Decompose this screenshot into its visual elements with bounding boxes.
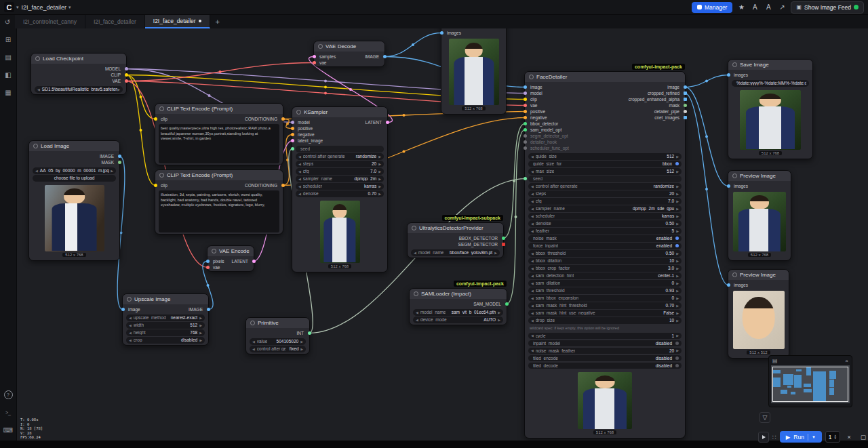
run-button[interactable]: ▶ Run ▼: [780, 431, 822, 443]
slot-dot[interactable]: [684, 110, 687, 113]
widget-combo-center[interactable]: ◀SD1.5\beautifulRealistic_brav5.safetens…: [35, 86, 123, 93]
queue-icon[interactable]: ▤: [3, 52, 14, 62]
show-image-feed-button[interactable]: ▣ Show Image Feed: [791, 1, 864, 14]
widget-guide_size[interactable]: ◀guide_size512▶: [528, 153, 682, 160]
toggle-icon[interactable]: [675, 364, 679, 367]
stepper-arrow-icon[interactable]: ▶: [676, 169, 679, 174]
stepper-arrow-icon[interactable]: ◀: [252, 340, 255, 344]
input-image[interactable]: image: [123, 306, 140, 312]
stepper-arrow-icon[interactable]: ▶: [676, 207, 679, 211]
stepper-arrow-icon[interactable]: ◀: [531, 192, 534, 196]
input-images[interactable]: images: [441, 30, 461, 36]
widget-combo-center[interactable]: ◀AA_05_by_00000_m_00001_m.jpg▶: [33, 167, 116, 174]
stepper-arrow-icon[interactable]: ▶: [676, 251, 679, 256]
stepper-arrow-icon[interactable]: ◀: [298, 169, 301, 174]
stepper-arrow-icon[interactable]: ◀: [531, 251, 534, 256]
output-cropped_enhanced_alpha[interactable]: cropped_enhanced_alpha: [629, 96, 685, 102]
share-icon[interactable]: ↗: [777, 3, 787, 11]
slot-dot[interactable]: [206, 260, 210, 263]
comfyui-logo[interactable]: C: [4, 2, 14, 12]
stepper-arrow-icon[interactable]: ◀: [129, 323, 132, 327]
input-images[interactable]: images: [728, 183, 748, 189]
stepper-arrow-icon[interactable]: ▶: [676, 311, 679, 315]
input-scheduler_func_opt[interactable]: scheduler_func_opt: [525, 145, 569, 151]
slot-dot[interactable]: [524, 146, 527, 150]
prompt-text[interactable]: illustration, 3d, sepia, painting, carto…: [159, 190, 279, 232]
node-clip-pos[interactable]: CLIP Text Encode (Prompt)clipCONDITIONIN…: [155, 103, 283, 165]
stepper-arrow-icon[interactable]: ▶: [498, 318, 500, 322]
stepper-arrow-icon[interactable]: ◀: [298, 177, 301, 181]
stepper-arrow-icon[interactable]: ▶: [676, 259, 679, 263]
widget-button[interactable]: choose file to upload: [33, 175, 116, 182]
collapse-dot[interactable]: [732, 62, 737, 67]
collapse-dot[interactable]: [529, 75, 534, 79]
input-pixels[interactable]: pixels: [208, 258, 224, 264]
stepper-arrow-icon[interactable]: ▶: [676, 274, 679, 278]
output-IMAGE[interactable]: IMAGE: [189, 306, 208, 312]
minimap-close-icon[interactable]: ×: [845, 358, 848, 364]
stepper-arrow-icon[interactable]: ▶: [676, 229, 679, 233]
node-title-bar[interactable]: KSampler: [292, 107, 387, 117]
widget-max_size[interactable]: ◀max_size512▶: [528, 168, 682, 175]
prompt-text[interactable]: best quality,masterpiece,ultra high res,…: [159, 124, 279, 163]
stepper-arrow-icon[interactable]: ◀: [531, 281, 534, 285]
slot-dot[interactable]: [684, 116, 687, 119]
output-cnet_images[interactable]: cnet_images: [629, 115, 685, 121]
output-image[interactable]: image: [629, 84, 685, 90]
stepper-arrow-icon[interactable]: ◀: [531, 199, 534, 203]
model-library-icon[interactable]: ▦: [3, 87, 14, 98]
input-bbox_detector[interactable]: bbox_detector: [525, 121, 569, 127]
node-clip-neg[interactable]: CLIP Text Encode (Prompt)clipCONDITIONIN…: [155, 169, 283, 235]
widget-tiled_decode[interactable]: tiled_decodedisabled: [528, 363, 682, 369]
slot-dot[interactable]: [524, 91, 527, 95]
slot-dot[interactable]: [281, 117, 285, 121]
slot-dot[interactable]: [524, 177, 527, 180]
minimap-body[interactable]: [771, 365, 850, 403]
slot-dot[interactable]: [252, 260, 256, 263]
stepper-arrow-icon[interactable]: ▶: [199, 316, 202, 320]
stepper-arrow-icon[interactable]: ▶: [676, 296, 679, 300]
toggle-icon[interactable]: [675, 237, 679, 240]
node-title-bar[interactable]: VAE Decode: [314, 41, 384, 52]
output-BBOX_DETECTOR[interactable]: BBOX_DETECTOR: [458, 235, 503, 241]
slot-dot[interactable]: [524, 134, 527, 138]
slot-dot[interactable]: [383, 55, 387, 58]
stepper-arrow-icon[interactable]: ◀: [531, 274, 534, 278]
layers-icon[interactable]: ▤: [772, 358, 778, 364]
widget-bbox_threshold[interactable]: ◀bbox_threshold0.50▶: [528, 250, 682, 257]
widget-bbox_dilation[interactable]: ◀bbox_dilation10▶: [528, 258, 682, 264]
workflow-canvas[interactable]: Load CheckpointMODELCLIPVAE◀SD1.5\beauti…: [0, 0, 868, 448]
output-IMAGE[interactable]: IMAGE: [365, 54, 384, 60]
collapse-dot[interactable]: [296, 110, 301, 115]
slot-dot[interactable]: [313, 61, 316, 64]
stepper-arrow-icon[interactable]: ▶: [498, 310, 500, 314]
widget-bbox_crop_factor[interactable]: ◀bbox_crop_factor3.0▶: [528, 265, 682, 272]
widget-sampler_name[interactable]: ◀sampler_namedpmpp_2m_sde_gpu▶: [528, 205, 682, 212]
stepper-arrow-icon[interactable]: ▶: [378, 184, 381, 188]
slot-dot[interactable]: [524, 110, 527, 113]
tab-2[interactable]: I2I_face_detailer: [85, 15, 145, 28]
selection-tool-button[interactable]: [758, 432, 769, 443]
slot-dot[interactable]: [313, 55, 316, 58]
slot-dot[interactable]: [440, 31, 443, 35]
stepper-arrow-icon[interactable]: ◀: [531, 311, 534, 315]
stepper-arrow-icon[interactable]: ◀: [531, 259, 534, 263]
stepper-arrow-icon[interactable]: ◀: [531, 169, 534, 174]
node-load-image[interactable]: Load ImageIMAGEMASK◀AA_05_by_00000_m_000…: [28, 140, 120, 261]
node-samloader[interactable]: comfyui-impact-packSAMLoader (Impact)SAM…: [409, 288, 507, 325]
font-small-icon[interactable]: A: [750, 3, 760, 11]
widget-noise_mask_feather[interactable]: ◀noise_mask_feather20▶: [528, 348, 682, 354]
slot-dot[interactable]: [207, 308, 210, 311]
stepper-arrow-icon[interactable]: ◀: [531, 184, 534, 188]
stepper-arrow-icon[interactable]: ◀: [298, 184, 301, 188]
slot-dot[interactable]: [502, 237, 505, 240]
collapse-dot[interactable]: [412, 226, 416, 230]
stepper-arrow-icon[interactable]: ▶: [676, 192, 679, 196]
stepper-arrow-icon[interactable]: ◀: [129, 338, 132, 342]
node-primitive[interactable]: PrimitiveINT◀value504105020▶◀control aft…: [245, 317, 310, 354]
widget-sam_detection_hint[interactable]: ◀sam_detection_hintcenter-1▶: [528, 272, 682, 279]
slot-dot[interactable]: [281, 184, 285, 187]
chevron-down-icon[interactable]: ▾: [68, 5, 71, 10]
manager-button[interactable]: Manager: [692, 2, 733, 13]
stepper-arrow-icon[interactable]: ◀: [531, 289, 534, 293]
